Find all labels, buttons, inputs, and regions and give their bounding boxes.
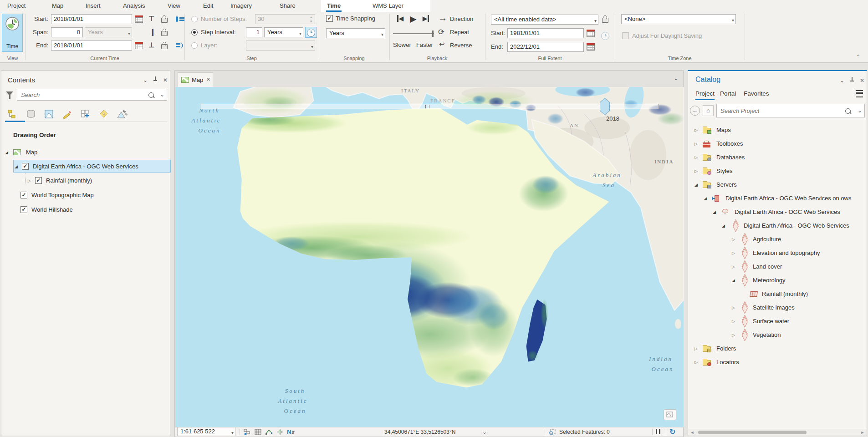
- layer-row-world-topographic[interactable]: ✓ World Topographic Map: [1, 189, 171, 202]
- tab-share[interactable]: Share: [277, 0, 298, 12]
- catalog-item-label[interactable]: Maps: [716, 124, 731, 137]
- catalog-row-servers[interactable]: ◢ Servers: [688, 178, 868, 191]
- list-by-perspective-button[interactable]: [114, 108, 130, 121]
- slower-label[interactable]: Slower: [393, 40, 411, 50]
- catalog-close-icon[interactable]: ✕: [858, 77, 866, 84]
- contents-close-icon[interactable]: ✕: [162, 77, 169, 83]
- expander-closed-icon[interactable]: ▷: [694, 151, 698, 164]
- layer-row-rainfall[interactable]: ▷ ✓ Rainfall (monthly): [1, 174, 171, 187]
- list-by-editing-button[interactable]: [60, 108, 75, 121]
- direction-arrow-icon[interactable]: →: [438, 13, 447, 23]
- catalog-item-label[interactable]: Digital Earth Africa - OGC Web Services: [744, 219, 849, 232]
- map-tab-close-icon[interactable]: ✕: [206, 76, 210, 82]
- catalog-tab-portal[interactable]: Portal: [720, 89, 736, 99]
- scroll-left-arrow-icon[interactable]: ◄: [689, 429, 695, 436]
- tab-time[interactable]: Time: [324, 0, 343, 12]
- catalog-horizontal-scrollbar[interactable]: ◄ ►: [688, 429, 867, 436]
- expander-open-icon[interactable]: ◢: [722, 219, 725, 232]
- anchor-end-icon[interactable]: ⊥: [148, 41, 154, 49]
- tab-project[interactable]: Project: [5, 0, 28, 12]
- dst-checkbox[interactable]: [622, 32, 629, 39]
- layer-label[interactable]: World Hillshade: [31, 203, 73, 216]
- catalog-back-button[interactable]: ←: [690, 106, 700, 116]
- layer-checkbox[interactable]: ✓: [20, 192, 27, 198]
- map-scale-combo[interactable]: 1:61 625 522▾: [177, 427, 235, 436]
- step-interval-input[interactable]: 1: [246, 27, 262, 37]
- layer-label[interactable]: Digital Earth Africa - OGC Web Services: [33, 160, 138, 173]
- coordinates-readout[interactable]: 34,4500671°E 33,5126503°N: [384, 429, 455, 435]
- expander-closed-icon[interactable]: ▷: [694, 356, 698, 369]
- anchor-start-icon[interactable]: ⊤: [148, 15, 154, 23]
- catalog-row-locators[interactable]: ▷ Locators: [688, 356, 868, 369]
- catalog-item-label[interactable]: Meteorology: [753, 274, 786, 287]
- catalog-item-label[interactable]: Databases: [716, 151, 745, 164]
- layer-label[interactable]: World Topographic Map: [31, 189, 94, 202]
- grid-icon[interactable]: [254, 428, 262, 436]
- catalog-row-dea-wms[interactable]: ◢ Digital Earth Africa - OGC Web Service…: [688, 206, 868, 218]
- catalog-collapse-chevron-icon[interactable]: ⌄: [838, 77, 846, 84]
- expander-open-icon[interactable]: ◢: [713, 206, 716, 218]
- list-by-data-source-button[interactable]: [23, 108, 39, 121]
- catalog-item-label[interactable]: Styles: [716, 165, 732, 178]
- expander-open-icon[interactable]: ◢: [704, 192, 707, 205]
- coordinates-chevron-icon[interactable]: ⌄: [481, 429, 488, 435]
- number-of-steps-input[interactable]: 30▴▾: [255, 14, 315, 24]
- tab-insert[interactable]: Insert: [83, 0, 103, 12]
- step-forward-button[interactable]: ▶: [423, 15, 429, 22]
- list-by-labeling-button[interactable]: [96, 108, 112, 121]
- start-lock-icon[interactable]: [161, 18, 168, 23]
- map-document-tab[interactable]: Map ✕: [178, 72, 213, 87]
- current-start-input[interactable]: 2018/01/01: [51, 14, 132, 24]
- layer-row-map[interactable]: ◢ Map: [1, 146, 171, 159]
- expander-closed-icon[interactable]: ▷: [732, 329, 735, 341]
- end-lock-icon[interactable]: [161, 44, 168, 49]
- filter-funnel-icon[interactable]: [6, 91, 13, 96]
- catalog-row-agriculture[interactable]: ▷ Agriculture: [688, 233, 868, 246]
- catalog-item-label[interactable]: Locators: [716, 356, 739, 369]
- tab-wms-layer[interactable]: WMS Layer: [370, 0, 406, 12]
- time-zone-combo[interactable]: <None>▾: [621, 14, 736, 24]
- map-canvas[interactable]: North Atlantic Ocean South Atlantic Ocea…: [175, 87, 684, 427]
- time-view-button[interactable]: Time: [2, 14, 23, 52]
- catalog-item-label[interactable]: Satellite images: [753, 301, 795, 314]
- layer-label[interactable]: Rainfall (monthly): [46, 174, 92, 187]
- expander-closed-icon[interactable]: ▷: [732, 247, 735, 259]
- catalog-tab-favorites[interactable]: Favorites: [744, 89, 769, 99]
- catalog-item-label[interactable]: Rainfall (monthly): [762, 288, 808, 300]
- list-by-drawing-order-button[interactable]: [5, 108, 20, 121]
- catalog-item-label[interactable]: Vegetation: [753, 329, 781, 341]
- catalog-item-label[interactable]: Surface water: [753, 315, 789, 328]
- catalog-row-rainfall[interactable]: Rainfall (monthly): [688, 288, 868, 300]
- search-icon[interactable]: [148, 92, 154, 98]
- catalog-menu-icon[interactable]: [856, 90, 863, 97]
- play-button[interactable]: ▶: [410, 14, 417, 24]
- catalog-item-label[interactable]: Land cover: [753, 260, 782, 273]
- tab-imagery[interactable]: Imagery: [228, 0, 255, 12]
- catalog-row-maps[interactable]: ▷ Maps: [688, 124, 868, 137]
- tab-analysis[interactable]: Analysis: [120, 0, 148, 12]
- catalog-item-label[interactable]: Folders: [716, 342, 736, 355]
- selected-features-count[interactable]: Selected Features: 0: [559, 429, 610, 435]
- catalog-search-input[interactable]: [720, 105, 825, 117]
- full-extent-start-input[interactable]: 1981/01/01: [507, 28, 584, 38]
- scrollbar-thumb[interactable]: [698, 431, 807, 434]
- speed-slider-handle[interactable]: [432, 30, 434, 37]
- catalog-row-vegetation[interactable]: ▷ Vegetation: [688, 329, 868, 341]
- catalog-row-toolboxes[interactable]: ▷ Toolboxes: [688, 137, 868, 150]
- search-options-chevron-icon[interactable]: ⌄: [158, 91, 166, 98]
- full-extent-end-calendar-icon[interactable]: [587, 43, 595, 51]
- layer-label[interactable]: Map: [26, 146, 37, 159]
- span-lock-icon[interactable]: [161, 31, 168, 36]
- catalog-row-land-cover[interactable]: ▷ Land cover: [688, 260, 868, 273]
- catalog-item-label[interactable]: Digital Earth Africa - OGC Web Services …: [725, 192, 851, 205]
- contents-collapse-chevron-icon[interactable]: ⌄: [142, 77, 149, 83]
- snap-crosshair-icon[interactable]: [276, 428, 284, 436]
- edit-vertices-icon[interactable]: [265, 428, 273, 436]
- expander-closed-icon[interactable]: ▷: [732, 260, 735, 273]
- catalog-item-label[interactable]: Servers: [716, 178, 737, 191]
- catalog-row-elevation[interactable]: ▷ Elevation and topography: [688, 247, 868, 259]
- expander-closed-icon[interactable]: ▷: [732, 315, 735, 328]
- catalog-home-button[interactable]: ⌂: [703, 105, 714, 116]
- span-unit-combo[interactable]: Years▾: [85, 27, 132, 37]
- end-calendar-icon[interactable]: [135, 42, 143, 49]
